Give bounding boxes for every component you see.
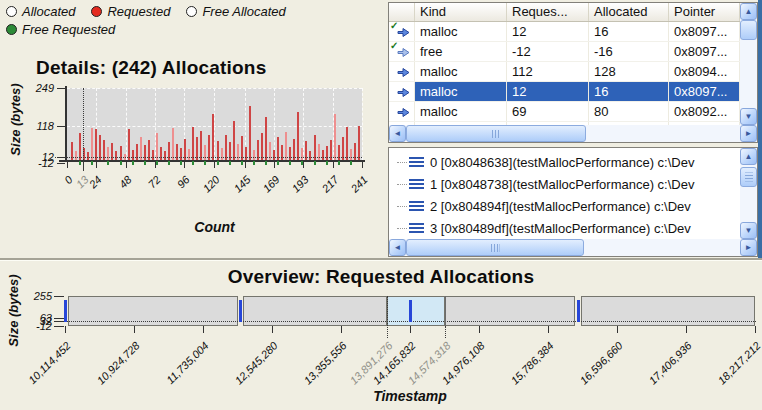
column-header-Reques...[interactable]: Reques...: [507, 3, 589, 21]
overview-y-axis-label: Size (bytes): [6, 265, 21, 357]
column-header-Allocated[interactable]: Allocated: [589, 3, 669, 21]
list-vscrollbar-thumb[interactable]: [740, 167, 757, 187]
scroll-up-button[interactable]: ▲: [740, 3, 757, 20]
scroll-left-button[interactable]: ◄: [389, 125, 406, 142]
y-tick-label: -12: [18, 321, 52, 331]
scroll-right-button[interactable]: ►: [740, 239, 757, 256]
allocation-bar: [265, 117, 267, 160]
x-tick: [686, 326, 687, 333]
window-edge: [758, 0, 762, 258]
malloc-icon: [389, 102, 415, 121]
stack-frame-text: 3 [0x80489df](testMallocPerformance) c:\…: [430, 221, 691, 236]
stack-frame-item[interactable]: 1 [0x8048738](testMallocPerformance) c:\…: [389, 173, 738, 195]
allocation-bar: [326, 146, 328, 160]
table-vscrollbar-thumb[interactable]: [740, 20, 757, 40]
cell-kind: malloc: [415, 22, 507, 41]
allocation-bar: [334, 114, 336, 160]
cell-kind: malloc: [415, 102, 507, 121]
legend-item-free-allocated[interactable]: Free Allocated: [186, 3, 285, 19]
large-allocation-marker: [64, 300, 67, 322]
cell-kind: malloc: [415, 82, 507, 101]
allocation-bar: [212, 114, 214, 160]
free-mark: [79, 161, 81, 165]
x-tick: [245, 162, 246, 168]
list-hscrollbar-thumb[interactable]: [406, 239, 584, 256]
table-row[interactable]: ✓malloc12160x8097...: [389, 22, 740, 42]
y-tick: [54, 321, 64, 322]
scroll-down-button[interactable]: ▼: [740, 108, 757, 125]
table-hscrollbar-thumb[interactable]: [406, 125, 586, 142]
x-tick: [83, 162, 84, 171]
scroll-right-button[interactable]: ►: [740, 125, 757, 142]
cell-requested: 12: [507, 22, 589, 41]
scroll-up-button[interactable]: ▲: [740, 148, 757, 165]
free-mark: [192, 161, 194, 165]
column-header-Pointer[interactable]: Pointer: [669, 3, 740, 21]
scroll-left-button[interactable]: ◄: [389, 239, 406, 256]
free-mark: [107, 161, 109, 165]
cell-kind: malloc: [415, 62, 507, 81]
x-tick-label: 217: [320, 174, 341, 195]
gridline-horizontal: [67, 126, 362, 127]
stack-frame-item[interactable]: 0 [0x8048638](testMallocPerformance) c:\…: [389, 151, 738, 173]
malloc-icon: [389, 82, 415, 101]
free-mark: [277, 161, 279, 165]
timestamp-tick-label: 11,735,004: [165, 340, 211, 386]
tree-stub-line: [397, 228, 407, 229]
legend-item-allocated[interactable]: Allocated: [6, 3, 75, 19]
x-tick: [65, 326, 66, 333]
allocation-bar: [253, 150, 255, 160]
stack-frame-item[interactable]: 2 [0x804894f](testMallocPerformance) c:\…: [389, 195, 738, 217]
details-y-axis-line: [65, 86, 67, 162]
allocation-bar: [204, 145, 206, 160]
table-row[interactable]: malloc1121280x8094...: [389, 62, 740, 82]
allocations-table: KindReques...AllocatedPointer ✓malloc121…: [388, 2, 758, 143]
free-mark: [180, 161, 182, 165]
y-tick: [57, 163, 65, 164]
x-tick: [362, 162, 363, 168]
table-row[interactable]: malloc12160x8097...: [389, 82, 740, 102]
legend-item-requested[interactable]: Requested: [91, 3, 170, 19]
stack-frame-icon: [409, 179, 424, 190]
legend-label: Requested: [107, 4, 170, 19]
table-row[interactable]: ✓free-12-160x8097...: [389, 42, 740, 62]
allocation-bar: [322, 150, 324, 160]
column-header-icon[interactable]: [389, 3, 415, 21]
y-tick: [57, 88, 65, 89]
timestamp-tick-label: 10,924,728: [95, 340, 142, 387]
free-mark: [144, 161, 146, 165]
x-tick-label: 0: [63, 174, 75, 186]
x-tick: [548, 326, 549, 333]
details-plot-area[interactable]: [67, 88, 362, 160]
overview-threshold-line: [54, 321, 756, 322]
scroll-down-button[interactable]: ▼: [740, 222, 757, 239]
free-mark: [253, 161, 255, 165]
x-tick-label: 120: [201, 174, 222, 195]
stack-frame-item[interactable]: 3 [0x80489df](testMallocPerformance) c:\…: [389, 217, 738, 239]
cell-requested: 69: [507, 102, 589, 121]
y-tick: [57, 126, 65, 127]
allocation-bar: [318, 144, 320, 160]
gridline-horizontal: [67, 88, 362, 89]
cell-pointer: 0x8097...: [669, 82, 740, 101]
allocation-bar: [245, 147, 247, 160]
stack-trace-list: 0 [0x8048638](testMallocPerformance) c:\…: [388, 147, 758, 257]
free-mark: [217, 161, 219, 165]
free-mark: [229, 161, 231, 165]
allocation-bar: [249, 106, 251, 160]
x-tick: [184, 162, 185, 168]
allocation-bar: [233, 121, 235, 160]
allocation-bar: [152, 150, 154, 160]
table-row[interactable]: malloc69800x8092...: [389, 102, 740, 122]
cell-requested: 12: [507, 82, 589, 101]
x-tick: [67, 162, 68, 168]
allocation-bar: [172, 128, 174, 160]
x-tick: [126, 162, 127, 168]
legend-item-free-requested[interactable]: Free Requested: [6, 21, 115, 37]
scrollbar-grip-icon: [491, 244, 500, 252]
column-header-Kind[interactable]: Kind: [415, 3, 507, 21]
allocation-bar: [350, 149, 352, 160]
cell-allocated: 128: [589, 62, 669, 81]
y-tick: [57, 157, 65, 158]
x-tick: [333, 162, 334, 168]
